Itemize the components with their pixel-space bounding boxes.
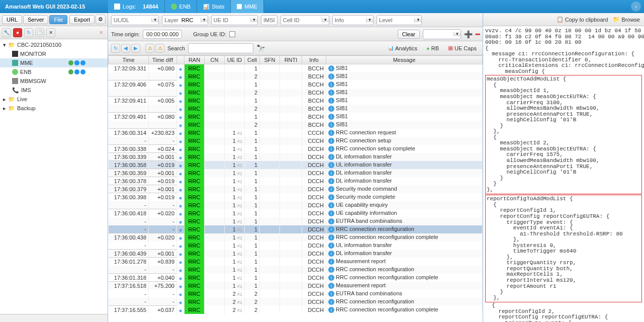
tree-root[interactable]: ▾📁CBC-2021050100 xyxy=(0,40,108,49)
add-icon[interactable]: ➕ xyxy=(464,30,473,38)
chevron-down-icon[interactable]: ▼ xyxy=(151,18,158,22)
table-row[interactable]: ◆RRC2BCCHiSIB1 xyxy=(109,121,483,129)
table-row[interactable]: --◆RRC1 #11DCCHiRRC connection reconfigu… xyxy=(109,266,483,274)
detail-pane[interactable]: vvzv. c4 /c 99 00 40 0z 18 00 00 1d bz 0… xyxy=(483,26,644,322)
refresh-icon[interactable]: ↻ xyxy=(24,28,33,37)
table-row[interactable]: 17:36:00.438+0.020◆RRC1 #11DCCHiRRC conn… xyxy=(109,233,483,242)
table-row[interactable]: --◆RRC1 #11CCCHiRRC connection setup xyxy=(109,137,483,145)
table-row[interactable]: --◆RRC2 #12DCCHiRRC connection reconfigu… xyxy=(109,298,483,306)
file-button[interactable]: File xyxy=(49,15,67,24)
table-row[interactable]: 17:32:09.491+0.080◆RRC1BCCHiSIB1 xyxy=(109,113,483,121)
layer-combo[interactable]: Layer▼ xyxy=(162,15,208,25)
table-row[interactable]: --◆RRC1 #11DCCHiRRC connection reconfigu… xyxy=(109,225,483,233)
status-play-icon xyxy=(80,60,85,65)
table-row[interactable]: --◆RRC2 #12DCCHiEUTRA band combinations xyxy=(109,290,483,298)
export-gear-icon[interactable]: ⚙ xyxy=(96,15,106,24)
stop-icon[interactable]: ● xyxy=(13,28,22,37)
table-row[interactable]: 17:36:00.314+230.823◆RRC1 #11CCCHiRRC co… xyxy=(109,129,483,137)
chevron-down-icon[interactable]: ▼ xyxy=(201,18,208,22)
table-row[interactable]: --◆RRC1 #11DCCHiEUTRA band combinations xyxy=(109,217,483,225)
table-row[interactable]: 17:37:16.555+0.037◆RRC2 #12DCCHiRRC conn… xyxy=(109,306,483,314)
log-table-wrap[interactable]: Time Time diff RAN CN UE ID Cell SFN RNT… xyxy=(108,55,483,322)
tab-mme[interactable]: MME xyxy=(231,0,264,13)
close-icon[interactable]: ✕ xyxy=(97,28,106,37)
browse-link[interactable]: 📁Browse xyxy=(613,16,640,23)
chevron-down-icon[interactable]: ▼ xyxy=(414,18,421,22)
copy-icon: 📋 xyxy=(557,16,564,23)
status-blue-icon xyxy=(74,69,79,74)
tree-live[interactable]: ▸📁Live xyxy=(0,95,108,104)
clock-icon[interactable]: 🕐 xyxy=(35,28,44,37)
time-origin-value[interactable]: 00:00:00.000 xyxy=(143,30,182,39)
folder-icon: 📁 xyxy=(8,96,15,103)
table-row[interactable]: 17:36:00.418+0.020◆RRC1 #11DCCHiUE capab… xyxy=(109,209,483,217)
chevron-down-icon[interactable]: ▼ xyxy=(322,18,329,22)
tree-mme[interactable]: MME xyxy=(0,58,108,67)
table-row[interactable]: 17:32:09.411+0.005◆RRC1BCCHiSIB1 xyxy=(109,97,483,105)
table-row[interactable]: 17:36:00.379+0.001◆RRC1 #11DCCHiSecurity… xyxy=(109,185,483,193)
tab-logs[interactable]: Logs: 14844 xyxy=(108,0,165,13)
table-row[interactable]: 17:32:09.331+0.080◆RRC1BCCHiSIB1 xyxy=(109,64,483,72)
table-row[interactable]: 17:36:00.359+0.001◆RRC1 #11DCCHiDL infor… xyxy=(109,169,483,177)
clear-combo[interactable]: ▼ xyxy=(423,29,461,39)
level-combo[interactable]: Level▼ xyxy=(377,15,422,25)
group-ueid-checkbox[interactable] xyxy=(229,31,235,37)
copy-clipboard-link[interactable]: 📋Copy to clipboard xyxy=(557,16,608,23)
clear-button[interactable]: Clear xyxy=(398,30,420,39)
table-row[interactable]: 17:36:00.358+0.019◆RRC1 #11DCCHiUL infor… xyxy=(109,161,483,169)
table-row[interactable]: 17:37:16.518+75.200◆RRC1 #11DCCHiMeasure… xyxy=(109,282,483,290)
tree-ims[interactable]: 📞IMS xyxy=(0,86,108,95)
cellid-combo[interactable]: Cell ID▼ xyxy=(281,15,329,25)
server-button[interactable]: Server xyxy=(23,15,48,24)
url-button[interactable]: URL xyxy=(2,15,22,24)
table-row[interactable]: ◆RRC2BCCHiSIB1 xyxy=(109,72,483,80)
h-scrollbar[interactable] xyxy=(0,314,108,322)
left-panel: URL Server File Export ⚙ 🔧 ● ↻ 🕐 ✕ ✕ ▾📁C… xyxy=(0,13,108,322)
tool1-icon[interactable]: 🔧 xyxy=(2,28,11,37)
export-button[interactable]: Export xyxy=(69,15,95,24)
tree-enb[interactable]: ENB xyxy=(0,67,108,76)
uecaps-link[interactable]: UE Caps xyxy=(445,44,480,52)
table-row[interactable]: --◆RRC1 #11DCCHiUE capability enquiry xyxy=(109,201,483,209)
analytics-link[interactable]: Analytics xyxy=(385,44,420,52)
table-row[interactable]: 17:36:00.439+0.001◆RRC1 #11DCCHiDL infor… xyxy=(109,250,483,258)
info-combo[interactable]: Info▼ xyxy=(332,15,374,25)
table-row[interactable]: 17:36:01.318+0.040◆RRC1 #11DCCHiRRC conn… xyxy=(109,274,483,282)
warn-icon[interactable]: ⚠ xyxy=(145,44,154,53)
ueid-combo[interactable]: UE ID▼ xyxy=(211,15,258,25)
mme-icon xyxy=(237,4,242,9)
table-row[interactable]: 17:36:01.278+0.839◆RRC1 #11DCCHiMeasurem… xyxy=(109,258,483,266)
next-icon[interactable]: ▶ xyxy=(131,44,140,53)
table-row[interactable]: 17:32:09.406+0.075◆RRC1BCCHiSIB1 xyxy=(109,80,483,89)
folder-icon: 📁 xyxy=(8,105,15,112)
warn2-icon[interactable]: ⚠ xyxy=(155,44,164,53)
table-row[interactable]: 17:36:00.378+0.019◆RRC1 #11DCCHiDL infor… xyxy=(109,177,483,185)
table-row[interactable]: 17:36:00.339+0.001◆RRC1 #11DCCHiDL infor… xyxy=(109,153,483,161)
table-row[interactable]: 17:36:00.338+0.024◆RRC1 #11DCCHiRRC conn… xyxy=(109,145,483,153)
expand-icon[interactable]: ▸ xyxy=(3,105,6,112)
table-row[interactable]: ◆RRC2BCCHiSIB1 xyxy=(109,89,483,97)
tab-stats[interactable]: Stats xyxy=(197,0,231,13)
table-row[interactable]: --◆RRC1 #11DCCHiUL information transfer xyxy=(109,242,483,250)
collapse-left-icon[interactable]: ‹ xyxy=(631,2,641,12)
prev-icon[interactable]: ◀ xyxy=(121,44,130,53)
search-input[interactable] xyxy=(188,43,253,53)
tree-backup[interactable]: ▸📁Backup xyxy=(0,104,108,113)
imsi-combo[interactable]: IMSI xyxy=(261,15,278,25)
chevron-down-icon[interactable]: ▼ xyxy=(250,18,257,22)
tree-monitor[interactable]: MONITOR xyxy=(0,49,108,58)
remove-icon[interactable]: ━ xyxy=(476,30,480,38)
binoculars-icon[interactable]: 🔭 xyxy=(256,44,265,52)
tool2-icon[interactable]: ✕ xyxy=(46,28,55,37)
table-row[interactable]: ◆RRC2BCCHiSIB1 xyxy=(109,105,483,113)
tree-mbmsgw[interactable]: MBMSGW xyxy=(0,76,108,86)
tab-enb[interactable]: ENB xyxy=(165,0,198,13)
rb-link[interactable]: RB xyxy=(423,44,442,52)
chevron-down-icon[interactable]: ▼ xyxy=(366,18,373,22)
expand-icon[interactable]: ▸ xyxy=(3,96,6,103)
refresh2-icon[interactable]: ↻ xyxy=(111,44,120,53)
expand-icon[interactable]: ▾ xyxy=(3,42,6,48)
chevron-down-icon[interactable]: ▼ xyxy=(453,32,461,36)
table-row[interactable]: 17:36:00.398+0.019◆RRC1 #11DCCHiSecurity… xyxy=(109,193,483,201)
uldl-combo[interactable]: UL/DL▼ xyxy=(111,15,159,25)
